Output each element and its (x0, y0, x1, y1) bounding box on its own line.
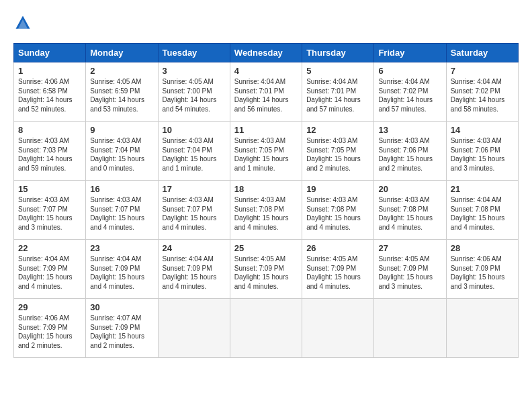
day-number: 14 (451, 125, 514, 135)
day-info: Sunrise: 4:04 AMSunset: 7:08 PMDaylight:… (451, 195, 514, 232)
day-number: 23 (90, 243, 153, 253)
calendar-day: 2Sunrise: 4:05 AMSunset: 6:59 PMDaylight… (86, 62, 158, 122)
weekday-header: Wednesday (230, 44, 302, 62)
day-number: 29 (18, 302, 81, 312)
day-info: Sunrise: 4:03 AMSunset: 7:07 PMDaylight:… (18, 195, 81, 232)
calendar-day (446, 299, 518, 358)
weekday-header: Tuesday (158, 44, 230, 62)
logo (13, 13, 35, 32)
calendar-day: 1Sunrise: 4:06 AMSunset: 6:58 PMDaylight… (14, 62, 86, 122)
day-info: Sunrise: 4:05 AMSunset: 7:09 PMDaylight:… (378, 255, 441, 291)
calendar-day (158, 299, 230, 358)
calendar-day: 15Sunrise: 4:03 AMSunset: 7:07 PMDayligh… (14, 181, 86, 240)
day-info: Sunrise: 4:03 AMSunset: 7:08 PMDaylight:… (378, 195, 441, 232)
weekday-header: Saturday (446, 44, 518, 62)
calendar-day: 29Sunrise: 4:06 AMSunset: 7:09 PMDayligh… (14, 299, 86, 358)
calendar-day: 11Sunrise: 4:03 AMSunset: 7:05 PMDayligh… (230, 122, 302, 181)
calendar-day: 16Sunrise: 4:03 AMSunset: 7:07 PMDayligh… (86, 181, 158, 240)
calendar-day (302, 299, 374, 358)
calendar-day: 13Sunrise: 4:03 AMSunset: 7:06 PMDayligh… (374, 122, 446, 181)
calendar-header-row: SundayMondayTuesdayWednesdayThursdayFrid… (14, 44, 519, 62)
calendar-week-row: 15Sunrise: 4:03 AMSunset: 7:07 PMDayligh… (14, 181, 519, 240)
day-number: 15 (18, 184, 81, 194)
day-info: Sunrise: 4:05 AMSunset: 7:00 PMDaylight:… (163, 77, 226, 113)
calendar-day: 5Sunrise: 4:04 AMSunset: 7:01 PMDaylight… (302, 62, 374, 122)
day-info: Sunrise: 4:03 AMSunset: 7:07 PMDaylight:… (90, 195, 153, 232)
day-number: 8 (18, 125, 81, 135)
day-info: Sunrise: 4:06 AMSunset: 7:09 PMDaylight:… (451, 255, 514, 291)
day-number: 20 (378, 184, 441, 194)
day-number: 28 (451, 243, 514, 253)
day-info: Sunrise: 4:03 AMSunset: 7:06 PMDaylight:… (451, 136, 514, 173)
weekday-header: Friday (374, 44, 446, 62)
day-number: 16 (90, 184, 153, 194)
day-number: 19 (306, 184, 369, 194)
day-number: 6 (378, 66, 441, 76)
day-info: Sunrise: 4:04 AMSunset: 7:02 PMDaylight:… (378, 77, 441, 113)
calendar-day: 26Sunrise: 4:05 AMSunset: 7:09 PMDayligh… (302, 240, 374, 299)
day-number: 24 (163, 243, 226, 253)
logo-icon (13, 13, 32, 32)
day-info: Sunrise: 4:03 AMSunset: 7:05 PMDaylight:… (306, 136, 369, 173)
day-info: Sunrise: 4:03 AMSunset: 7:08 PMDaylight:… (234, 195, 298, 232)
calendar-day: 6Sunrise: 4:04 AMSunset: 7:02 PMDaylight… (374, 62, 446, 122)
day-number: 10 (163, 125, 226, 135)
day-number: 9 (90, 125, 153, 135)
day-number: 22 (18, 243, 81, 253)
day-info: Sunrise: 4:05 AMSunset: 7:09 PMDaylight:… (234, 255, 298, 291)
day-number: 17 (163, 184, 226, 194)
day-info: Sunrise: 4:03 AMSunset: 7:04 PMDaylight:… (163, 136, 226, 173)
day-number: 1 (18, 66, 81, 76)
calendar-day: 17Sunrise: 4:03 AMSunset: 7:07 PMDayligh… (158, 181, 230, 240)
calendar-day: 30Sunrise: 4:07 AMSunset: 7:09 PMDayligh… (86, 299, 158, 358)
day-number: 5 (306, 66, 369, 76)
day-info: Sunrise: 4:04 AMSunset: 7:02 PMDaylight:… (451, 77, 514, 113)
day-number: 27 (378, 243, 441, 253)
calendar-day: 10Sunrise: 4:03 AMSunset: 7:04 PMDayligh… (158, 122, 230, 181)
day-number: 7 (451, 66, 514, 76)
calendar-day: 19Sunrise: 4:03 AMSunset: 7:08 PMDayligh… (302, 181, 374, 240)
calendar-day: 7Sunrise: 4:04 AMSunset: 7:02 PMDaylight… (446, 62, 518, 122)
day-number: 21 (451, 184, 514, 194)
day-info: Sunrise: 4:04 AMSunset: 7:01 PMDaylight:… (234, 77, 298, 113)
day-number: 18 (234, 184, 298, 194)
day-info: Sunrise: 4:04 AMSunset: 7:09 PMDaylight:… (90, 255, 153, 291)
calendar-week-row: 8Sunrise: 4:03 AMSunset: 7:03 PMDaylight… (14, 122, 519, 181)
calendar-day: 4Sunrise: 4:04 AMSunset: 7:01 PMDaylight… (230, 62, 302, 122)
calendar-day: 22Sunrise: 4:04 AMSunset: 7:09 PMDayligh… (14, 240, 86, 299)
calendar-day: 21Sunrise: 4:04 AMSunset: 7:08 PMDayligh… (446, 181, 518, 240)
day-info: Sunrise: 4:06 AMSunset: 6:58 PMDaylight:… (18, 77, 81, 113)
day-info: Sunrise: 4:03 AMSunset: 7:05 PMDaylight:… (234, 136, 298, 173)
calendar-day: 14Sunrise: 4:03 AMSunset: 7:06 PMDayligh… (446, 122, 518, 181)
day-info: Sunrise: 4:04 AMSunset: 7:01 PMDaylight:… (306, 77, 369, 113)
calendar-day (230, 299, 302, 358)
calendar-day: 28Sunrise: 4:06 AMSunset: 7:09 PMDayligh… (446, 240, 518, 299)
day-number: 12 (306, 125, 369, 135)
day-number: 25 (234, 243, 298, 253)
calendar-table: SundayMondayTuesdayWednesdayThursdayFrid… (13, 43, 519, 358)
day-info: Sunrise: 4:04 AMSunset: 7:09 PMDaylight:… (163, 255, 226, 291)
page-header (13, 13, 519, 32)
calendar-week-row: 29Sunrise: 4:06 AMSunset: 7:09 PMDayligh… (14, 299, 519, 358)
calendar-day (374, 299, 446, 358)
weekday-header: Sunday (14, 44, 86, 62)
day-number: 13 (378, 125, 441, 135)
day-number: 2 (90, 66, 153, 76)
calendar-week-row: 22Sunrise: 4:04 AMSunset: 7:09 PMDayligh… (14, 240, 519, 299)
calendar-day: 3Sunrise: 4:05 AMSunset: 7:00 PMDaylight… (158, 62, 230, 122)
calendar-day: 18Sunrise: 4:03 AMSunset: 7:08 PMDayligh… (230, 181, 302, 240)
day-info: Sunrise: 4:05 AMSunset: 7:09 PMDaylight:… (306, 255, 369, 291)
calendar-day: 12Sunrise: 4:03 AMSunset: 7:05 PMDayligh… (302, 122, 374, 181)
calendar-day: 27Sunrise: 4:05 AMSunset: 7:09 PMDayligh… (374, 240, 446, 299)
day-number: 4 (234, 66, 298, 76)
day-number: 26 (306, 243, 369, 253)
day-number: 3 (163, 66, 226, 76)
day-number: 11 (234, 125, 298, 135)
calendar-day: 20Sunrise: 4:03 AMSunset: 7:08 PMDayligh… (374, 181, 446, 240)
day-info: Sunrise: 4:03 AMSunset: 7:08 PMDaylight:… (306, 195, 369, 232)
day-info: Sunrise: 4:03 AMSunset: 7:06 PMDaylight:… (378, 136, 441, 173)
day-info: Sunrise: 4:04 AMSunset: 7:09 PMDaylight:… (18, 255, 81, 291)
calendar-day: 24Sunrise: 4:04 AMSunset: 7:09 PMDayligh… (158, 240, 230, 299)
day-info: Sunrise: 4:03 AMSunset: 7:07 PMDaylight:… (163, 195, 226, 232)
day-info: Sunrise: 4:03 AMSunset: 7:03 PMDaylight:… (18, 136, 81, 173)
